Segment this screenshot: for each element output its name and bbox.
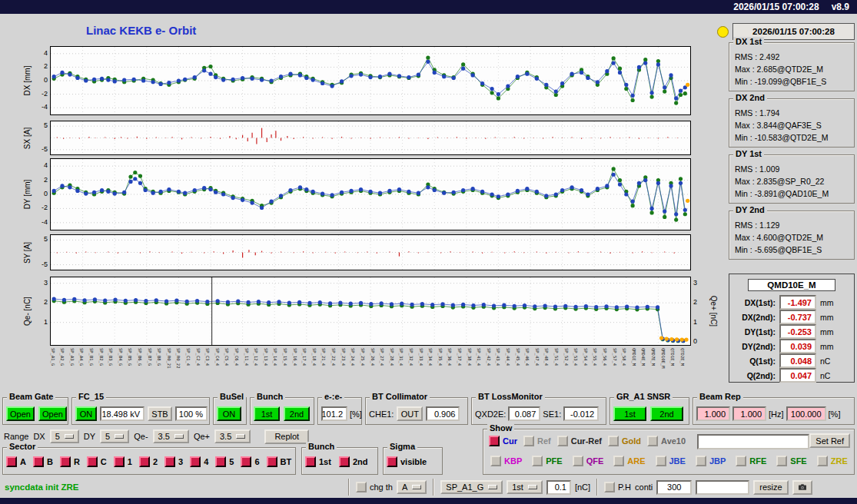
bunch-1st[interactable]: 1st bbox=[305, 456, 331, 467]
sector-3[interactable]: 3 bbox=[164, 456, 183, 467]
beam-gate-open-1-button[interactable]: Open bbox=[6, 406, 35, 421]
monitor-value: 0.047 bbox=[779, 368, 816, 383]
screenshot-button[interactable] bbox=[792, 480, 812, 495]
show-ref[interactable]: Ref bbox=[523, 436, 551, 446]
ee-ratio-group: e-:e- 101.2 [%] bbox=[317, 397, 362, 425]
y-tick-label: 2 bbox=[44, 62, 48, 71]
bpm-label: SP_C6_4 bbox=[234, 348, 239, 366]
range-dx-select[interactable]: 5 bbox=[50, 429, 79, 443]
show-cur-ref[interactable]: Cur-Ref bbox=[557, 436, 602, 446]
show-row-2: KBPPFEQFEAREJBEJBPRFESFEZRE bbox=[490, 456, 848, 466]
qe-charge-plot[interactable]: 3213210Qe- [nC]Qe+ [nC] bbox=[50, 277, 691, 346]
titlebar-clock: 2026/01/15 07:00:28 bbox=[733, 2, 819, 12]
device-select-value: SP_A1_G bbox=[446, 482, 483, 492]
show-pfe[interactable]: PFE bbox=[532, 456, 562, 466]
show-rfe[interactable]: RFE bbox=[736, 456, 766, 466]
busel-on-button[interactable]: ON bbox=[217, 406, 241, 421]
blank-field[interactable] bbox=[696, 480, 749, 495]
bpm-label: SP_42_4 bbox=[486, 348, 490, 366]
group-title: Sigma bbox=[387, 442, 417, 451]
dropdown-icon bbox=[488, 485, 497, 489]
show-jbe[interactable]: JBE bbox=[656, 456, 686, 466]
range-qep-select[interactable]: 3.5 bbox=[214, 429, 251, 443]
range-qem-value: 3.5 bbox=[158, 432, 170, 441]
show-ave10[interactable]: Ave10 bbox=[647, 436, 686, 446]
sector-6[interactable]: 6 bbox=[241, 456, 259, 467]
sector-c[interactable]: C bbox=[87, 456, 107, 467]
bunch-2nd[interactable]: 2nd bbox=[339, 456, 368, 467]
bpm-label: SP_C1_4 bbox=[185, 348, 190, 366]
che1-out-button[interactable]: OUT bbox=[397, 406, 423, 421]
show-cur[interactable]: Cur bbox=[489, 436, 517, 446]
sector-4[interactable]: 4 bbox=[190, 456, 208, 467]
bunch-2nd-button[interactable]: 2nd bbox=[284, 406, 310, 421]
sector-r[interactable]: R bbox=[60, 456, 80, 467]
bpm-label: SP_35_4 bbox=[437, 348, 442, 366]
show-sfe[interactable]: SFE bbox=[776, 456, 806, 466]
bunch-select[interactable]: 1st bbox=[507, 480, 543, 494]
top-titlebar: 2026/01/15 07:00:28 v8.9 bbox=[0, 0, 857, 14]
dy-orbit-plot[interactable]: 420-2-4DY [mm] bbox=[50, 158, 691, 230]
monitor-row: DX(2nd):-0.737mm bbox=[729, 310, 854, 324]
fc15-stb-button[interactable]: STB bbox=[148, 406, 172, 421]
x-axis-labels: SP_A1_GSP_A2_GSP_A3_GSP_A4_GSP_B1_GSP_B2… bbox=[50, 347, 689, 392]
status-lamp-icon bbox=[717, 26, 729, 38]
set-ref-button[interactable]: Set Ref bbox=[809, 433, 850, 448]
range-dy-label: DY bbox=[84, 432, 95, 441]
replot-button[interactable]: Replot bbox=[264, 429, 309, 444]
range-dy-select[interactable]: 5 bbox=[100, 429, 129, 443]
rate-value: 300 bbox=[656, 480, 692, 495]
beam-gate-open-2-button[interactable]: Open bbox=[38, 406, 67, 421]
show-gold[interactable]: Gold bbox=[608, 436, 641, 446]
bpm-label: QMD10E_M bbox=[660, 348, 665, 369]
checkbox-label: 3 bbox=[178, 457, 183, 466]
sector-1[interactable]: 1 bbox=[114, 456, 132, 467]
sigma-visible[interactable]: visible bbox=[387, 456, 427, 467]
gr-a1-2nd-button[interactable]: 2nd bbox=[650, 406, 683, 421]
show-zre[interactable]: ZRE bbox=[817, 456, 848, 466]
checkbox-off-icon bbox=[490, 456, 501, 466]
ee-ratio-value: 101.2 bbox=[321, 406, 347, 421]
che1-label: CHE1: bbox=[369, 410, 394, 419]
show-jbp[interactable]: JBP bbox=[696, 456, 726, 466]
checkbox-off-icon bbox=[613, 456, 624, 466]
sector-5[interactable]: 5 bbox=[215, 456, 234, 467]
dx-orbit-plot[interactable]: 420-2-4DX [mm] bbox=[50, 46, 691, 115]
y-tick-label: 2 bbox=[44, 176, 48, 184]
range-qem-select[interactable]: 3.5 bbox=[153, 429, 189, 443]
resize-button[interactable]: resize bbox=[753, 480, 788, 495]
sector-2[interactable]: 2 bbox=[139, 456, 158, 467]
chg-th-checkbox[interactable]: chg th bbox=[356, 482, 393, 492]
show-kbp[interactable]: KBP bbox=[490, 456, 522, 466]
y-axis-label: SY [A] bbox=[22, 230, 33, 276]
y-tick-label: 1 bbox=[44, 318, 48, 327]
checkbox-on-icon bbox=[305, 456, 316, 467]
show-are[interactable]: ARE bbox=[613, 456, 645, 466]
show-qfe[interactable]: QFE bbox=[573, 456, 604, 466]
checkbox-label: Cur-Ref bbox=[571, 436, 602, 446]
monitor-unit: nC bbox=[820, 356, 830, 366]
bpm-label: QTD2E_M bbox=[679, 348, 684, 366]
bunch-1st-button[interactable]: 1st bbox=[254, 406, 280, 421]
sector-bt[interactable]: BT bbox=[267, 456, 292, 467]
ref-name-input[interactable] bbox=[697, 434, 809, 449]
device-select[interactable]: SP_A1_G bbox=[440, 480, 503, 494]
bpm-label: SP_C3_4 bbox=[205, 348, 210, 366]
y-axis-label: SX [A] bbox=[22, 115, 33, 161]
monitor-value: 0.048 bbox=[779, 353, 816, 368]
sector-b[interactable]: B bbox=[33, 456, 53, 467]
y-axis-label-right: Qe+ [nC] bbox=[708, 277, 719, 345]
stat-min: Min : -10.583@QTD2E_M bbox=[729, 131, 854, 144]
bunch-group: Bunch 1st 2nd bbox=[250, 397, 314, 425]
range-qem-label: Qe- bbox=[134, 432, 148, 441]
fc15-on-button[interactable]: ON bbox=[75, 406, 97, 421]
sx-steering-plot[interactable]: 5-5SX [A] bbox=[50, 121, 691, 155]
gr-a1-snsr-group: GR_A1 SNSR 1st 2nd bbox=[610, 397, 689, 425]
sector-select[interactable]: A bbox=[397, 480, 427, 494]
group-title: BT LossMonitor bbox=[476, 392, 545, 401]
y-tick-label: 4 bbox=[44, 161, 48, 170]
sy-steering-plot[interactable]: 5-5SY [A] bbox=[50, 234, 691, 270]
gr-a1-1st-button[interactable]: 1st bbox=[613, 406, 646, 421]
sector-a[interactable]: A bbox=[6, 456, 26, 467]
ph-checkbox[interactable]: P.H bbox=[604, 482, 631, 492]
